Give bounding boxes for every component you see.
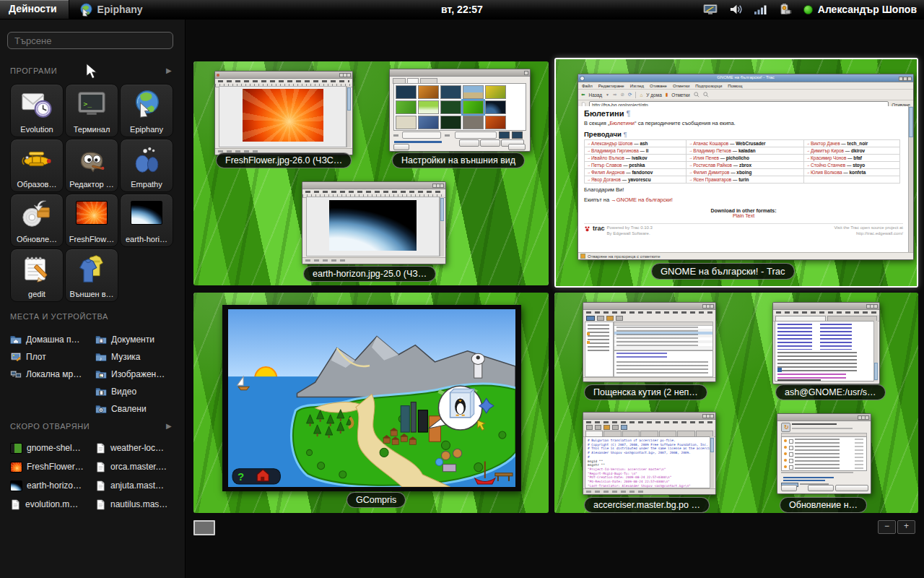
window-evolution-mail[interactable] — [583, 302, 716, 382]
app-appearance[interactable]: Външен в… — [65, 249, 118, 302]
trac-logo-icon — [584, 225, 590, 232]
window-update-manager[interactable]: ↻ — [777, 413, 871, 494]
videos-folder-icon — [95, 386, 107, 397]
recent-expand-icon[interactable]: ▶ — [166, 422, 172, 430]
close-button — [440, 184, 444, 188]
v-scrollbar — [908, 106, 913, 253]
status-icon — [580, 254, 585, 259]
wallpaper-grid — [393, 83, 526, 131]
statusbar — [583, 488, 715, 494]
close-button — [346, 73, 351, 77]
earth-image — [329, 200, 417, 251]
recent-gnome-shell[interactable]: gnome-shel… — [10, 441, 91, 455]
menubar-texture — [218, 80, 349, 82]
gimp-icon — [75, 142, 108, 176]
app-label: Външен в… — [66, 290, 118, 298]
app-gimp[interactable]: Редактор … — [65, 139, 118, 192]
window-label: ash@GNOME:/usr/s… — [775, 384, 886, 400]
preview-pane — [614, 350, 713, 377]
svg-text:♪: ♪ — [100, 355, 103, 362]
button — [480, 139, 500, 147]
place-pictures[interactable]: Изображен… — [95, 367, 176, 381]
flower-image — [243, 89, 323, 142]
place-videos[interactable]: Видео — [95, 384, 176, 399]
document-icon — [95, 480, 106, 491]
activities-button[interactable]: Дейности — [0, 0, 69, 19]
display-status-icon[interactable] — [703, 4, 718, 16]
mouse-cursor — [85, 62, 98, 80]
recent-label: FreshFlower… — [27, 462, 84, 472]
updates-list — [781, 436, 867, 471]
app-earth-image[interactable]: earth-hori… — [120, 194, 173, 247]
help-button — [393, 144, 409, 150]
color-swatch — [499, 131, 510, 139]
window-gedit-po[interactable]: # Bulgarian translation of accerciser po… — [583, 412, 716, 495]
recent-nautilus-master[interactable]: nautilus.mas… — [95, 497, 176, 512]
workspace-indicator[interactable] — [193, 520, 215, 535]
trac-page: Бюлетини ¶ В секция „Бюлетини“ са период… — [578, 106, 909, 253]
recent-orca-master[interactable]: orca.master.… — [95, 460, 176, 474]
programs-header: ПРОГРАМИ — [10, 66, 57, 75]
add-workspace-button[interactable]: + — [897, 520, 915, 534]
titlebar — [390, 69, 530, 77]
network-signal-icon[interactable] — [754, 4, 767, 15]
window-gimp-earth[interactable] — [302, 181, 446, 264]
workspace-3[interactable]: ? GCompris — [193, 293, 549, 513]
window-label: GCompris — [346, 492, 406, 508]
recent-earth-horizon[interactable]: earth-horizo… — [10, 478, 91, 493]
app-epiphany[interactable]: Epiphany — [120, 84, 173, 137]
v-scrollbar — [710, 436, 714, 488]
place-desktop[interactable]: Плот — [10, 350, 91, 364]
app-empathy[interactable]: Empathy — [120, 139, 173, 192]
forward-icon: ➡ — [613, 92, 616, 98]
app-label: earth-hori… — [121, 235, 173, 243]
app-gcompris[interactable]: Образов… — [10, 139, 64, 192]
recent-weather-loc[interactable]: weather-loc… — [95, 441, 176, 455]
recent-evolution-po[interactable]: evolution.m… — [10, 497, 91, 512]
workspace-1[interactable]: FreshFlower.jpg-26.0 (ЧЗС… — [193, 61, 549, 285]
menubar-texture — [305, 191, 443, 193]
recent-freshflower[interactable]: FreshFlower… — [10, 460, 91, 474]
user-menu[interactable]: Александър Шопов — [803, 4, 917, 15]
window-epiphany-trac[interactable]: GNOME на български! - Trac ФайлРедактира… — [578, 74, 914, 260]
window-terminal[interactable] — [772, 302, 880, 384]
app-menu[interactable]: Epiphany — [79, 3, 143, 17]
editor-content: # Bulgarian translation of accerciser po… — [585, 436, 711, 488]
app-menu-label: Epiphany — [97, 4, 143, 15]
browser-toolbar: ⬅Назад▼ ➡ ⊘ ⟳ ⌂У дома ▮Отметки — [578, 90, 913, 100]
window-label: FreshFlower.jpg-26.0 (ЧЗС… — [216, 152, 352, 168]
window-appearance-prefs[interactable] — [389, 69, 531, 152]
workspace-2-active[interactable]: GNOME на български! - Trac ФайлРедактира… — [554, 58, 918, 288]
window-gimp-freshflower[interactable] — [214, 71, 353, 155]
network-icon — [10, 368, 22, 380]
recent-anjuta-master[interactable]: anjuta.mast… — [95, 478, 176, 493]
place-music[interactable]: ♪ Музика — [95, 350, 176, 364]
search-input[interactable] — [7, 32, 173, 49]
window-gcompris[interactable]: ? — [222, 305, 521, 491]
clock[interactable]: вт, 22:57 — [441, 4, 483, 15]
workspace-4[interactable]: Пощенска кутия (2 неп… ash@GNOME:/usr/s… — [554, 293, 918, 513]
epiphany-globe-icon — [130, 87, 163, 121]
link-texture — [783, 480, 825, 481]
recent-label: orca.master.… — [110, 462, 167, 472]
place-downloads[interactable]: Свалени — [95, 402, 176, 416]
window-label: earth-horizon.jpg-25.0 (ЧЗ… — [303, 266, 436, 282]
app-gedit[interactable]: gedit — [10, 249, 64, 302]
remove-workspace-button[interactable]: − — [878, 520, 896, 534]
app-freshflower-image[interactable]: FreshFlow… — [65, 194, 118, 247]
desktop-icon — [10, 351, 22, 363]
app-evolution[interactable]: Evolution — [10, 84, 64, 137]
place-local-network[interactable]: Локална мр… — [10, 367, 91, 381]
programs-expand-icon[interactable]: ▶ — [166, 66, 172, 74]
volume-status-icon[interactable] — [729, 4, 743, 15]
app-software-update[interactable]: Обновле… — [10, 194, 64, 247]
place-home[interactable]: Домашна п… — [10, 332, 91, 347]
gcompris-plane-icon — [20, 142, 53, 176]
place-documents[interactable]: Документи — [95, 332, 176, 347]
app-terminal[interactable]: >_ Терминал — [65, 84, 118, 137]
screenshot-thumb-icon — [10, 443, 22, 454]
power-status-icon[interactable] — [778, 3, 792, 16]
places-header: МЕСТА И УСТРОЙСТВА — [10, 312, 108, 321]
zoom-out-icon — [703, 92, 709, 98]
gedit-icon — [20, 252, 53, 285]
